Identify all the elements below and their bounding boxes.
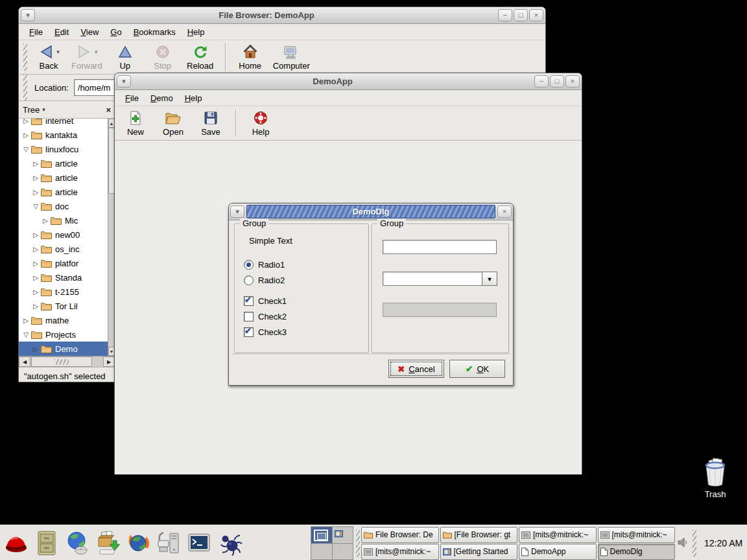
taskbar-window-button[interactable]: DemoDlg <box>598 544 676 560</box>
minimize-button[interactable]: − <box>498 9 512 21</box>
taskbar-window-button[interactable]: [File Browser: gt <box>440 527 518 543</box>
volume-icon[interactable] <box>677 537 689 550</box>
fb-menu-help[interactable]: Help <box>182 26 210 38</box>
package-installer-launcher-icon[interactable] <box>94 528 121 558</box>
tree-item[interactable]: ▽Projects <box>19 327 115 342</box>
taskbar-window-button[interactable]: File Browser: De <box>361 527 439 543</box>
expander-collapsed-icon[interactable]: ▷ <box>31 246 40 253</box>
expander-collapsed-icon[interactable]: ▷ <box>31 231 40 239</box>
bug-reporter-launcher-icon[interactable] <box>216 528 243 558</box>
close-button[interactable]: × <box>529 9 543 21</box>
fb-back-button[interactable]: ▾Back <box>30 43 67 72</box>
tree-item[interactable]: ▷Tor Lil <box>19 299 115 313</box>
scroll-right-icon[interactable]: ▶ <box>103 356 115 367</box>
combo-entry[interactable] <box>383 272 482 286</box>
expander-collapsed-icon[interactable]: ▷ <box>31 345 40 353</box>
checkbox-check1[interactable]: ✔Check1 <box>244 294 287 307</box>
expander-collapsed-icon[interactable]: ▷ <box>41 217 50 224</box>
window-menu-icon[interactable]: ▾ <box>21 9 35 21</box>
tree-item[interactable]: ▷article <box>19 156 115 170</box>
tree-item[interactable]: ▷article <box>19 185 115 199</box>
fb-menu-file[interactable]: File <box>24 26 48 38</box>
hardware-config-launcher-icon[interactable] <box>155 528 182 558</box>
chevron-down-icon[interactable]: ▾ <box>42 106 45 113</box>
side-pane-selector[interactable]: Tree <box>23 105 40 115</box>
file-browser-titlebar[interactable]: ▾ File Browser: DemoApp − □ × <box>19 7 545 24</box>
taskbar-window-button[interactable]: [mits@mitnick:~ <box>598 527 676 543</box>
fb-computer-button[interactable]: Computer <box>270 43 313 72</box>
tree-item[interactable]: ▷kantakta <box>19 128 115 142</box>
toolbar-drag-handle[interactable] <box>23 43 27 71</box>
radio-radio2[interactable]: Radio2 <box>244 274 285 286</box>
close-button[interactable]: × <box>497 205 512 218</box>
checkbox-check2[interactable]: Check2 <box>244 310 287 323</box>
fb-menu-edit[interactable]: Edit <box>49 26 74 38</box>
tree-item[interactable]: ▷internet <box>19 119 115 128</box>
fb-menu-bookmarks[interactable]: Bookmarks <box>128 26 181 38</box>
expander-expanded-icon[interactable]: ▽ <box>31 203 40 210</box>
close-button[interactable]: × <box>565 75 580 88</box>
red-hat-menu-launcher-icon[interactable] <box>3 528 30 558</box>
taskbar-window-button[interactable]: [mits@mitnick:~ <box>519 527 597 543</box>
window-menu-icon[interactable]: ▾ <box>117 75 131 88</box>
expander-collapsed-icon[interactable]: ▷ <box>31 174 40 181</box>
workspace-1[interactable] <box>311 527 332 543</box>
da-menu-file[interactable]: File <box>120 92 144 104</box>
cancel-button[interactable]: ✖ Cancel <box>388 360 444 378</box>
scroll-left-icon[interactable]: ◀ <box>19 356 30 367</box>
workspace-4[interactable] <box>333 544 353 560</box>
terminal-launcher-icon[interactable] <box>185 528 213 558</box>
tree-item[interactable]: ▷platfor <box>19 256 115 270</box>
tree-item[interactable]: ▷Mic <box>19 213 115 228</box>
window-menu-icon[interactable]: ▾ <box>230 205 244 218</box>
text-entry[interactable] <box>383 240 497 254</box>
file-manager-launcher-icon[interactable] <box>33 528 60 558</box>
tree-item[interactable]: ▽doc <box>19 199 115 213</box>
fb-up-button[interactable]: Up <box>107 43 143 72</box>
workspace-3[interactable] <box>311 544 332 560</box>
locationbar-drag-handle[interactable] <box>23 74 27 101</box>
panel-drag-handle[interactable] <box>356 530 360 557</box>
taskbar-window-button[interactable]: [Getting Started <box>440 544 518 560</box>
trash-desktop-icon[interactable]: Trash <box>698 458 733 499</box>
tree-item[interactable]: ▷mathe <box>19 313 115 327</box>
da-menu-help[interactable]: Help <box>180 92 208 104</box>
da-new-button[interactable]: New <box>117 109 154 138</box>
maximize-button[interactable]: □ <box>514 9 528 21</box>
combo-dropdown-icon[interactable]: ▾ <box>482 272 497 286</box>
expander-collapsed-icon[interactable]: ▷ <box>21 132 30 139</box>
demoapp-titlebar[interactable]: ▾ DemoApp − □ × <box>115 73 582 90</box>
tree-item[interactable]: ▷os_inc <box>19 242 115 256</box>
mozilla-browser-launcher-icon[interactable] <box>124 528 152 558</box>
expander-collapsed-icon[interactable]: ▷ <box>31 160 40 167</box>
maximize-button[interactable]: □ <box>550 75 564 88</box>
expander-collapsed-icon[interactable]: ▷ <box>31 303 40 310</box>
scrollbar-thumb[interactable] <box>31 356 92 367</box>
taskbar-window-button[interactable]: [mits@mitnick:~ <box>361 544 439 560</box>
da-save-button[interactable]: Save <box>193 109 229 138</box>
expander-expanded-icon[interactable]: ▽ <box>21 146 30 153</box>
tree-item[interactable]: ▷article <box>19 170 115 185</box>
tree-item[interactable]: ▽linuxfocu <box>19 142 115 156</box>
expander-collapsed-icon[interactable]: ▷ <box>31 189 40 196</box>
fb-menu-view[interactable]: View <box>75 26 104 38</box>
expander-collapsed-icon[interactable]: ▷ <box>31 288 40 296</box>
web-browser-launcher-icon[interactable] <box>64 528 91 558</box>
tree-item[interactable]: ▷Standa <box>19 270 115 285</box>
tree-horizontal-scrollbar[interactable]: ◀ ▶ <box>19 356 115 367</box>
fb-menu-go[interactable]: Go <box>105 26 126 38</box>
da-help-button[interactable]: Help <box>243 109 279 138</box>
tree-item[interactable]: ▷Demo <box>19 342 115 356</box>
panel-drag-handle[interactable] <box>693 530 696 557</box>
expander-collapsed-icon[interactable]: ▷ <box>31 260 40 267</box>
expander-collapsed-icon[interactable]: ▷ <box>21 317 30 324</box>
side-pane-close-icon[interactable]: × <box>106 105 111 115</box>
workspace-2[interactable] <box>333 527 353 543</box>
tree-item[interactable]: ▷t-2155 <box>19 285 115 299</box>
expander-collapsed-icon[interactable]: ▷ <box>21 119 30 124</box>
radio-radio1[interactable]: Radio1 <box>244 258 285 271</box>
demodlg-titlebar[interactable]: ▾ DemoDlg × <box>229 204 513 220</box>
fb-reload-button[interactable]: Reload <box>182 43 219 72</box>
fb-home-button[interactable]: Home <box>232 43 268 72</box>
da-open-button[interactable]: Open <box>155 109 191 138</box>
